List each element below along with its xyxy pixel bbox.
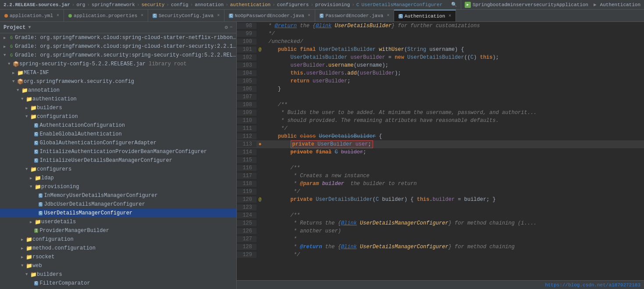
close-authentication[interactable]: × (448, 14, 451, 18)
list-item[interactable]: ▼ 📁 annotation (0, 86, 236, 95)
breadcrumb-config: config (171, 2, 189, 7)
close-props[interactable]: × (141, 13, 143, 18)
tab-props[interactable]: application.properties × (64, 10, 148, 21)
list-item[interactable]: ▼ 📦 spring-security-config-5.2.2.RELEASE… (0, 60, 236, 68)
breadcrumb: 2.2.RELEASE-sources.jar › org › springfr… (0, 2, 461, 7)
code-line: 129 */ (237, 251, 644, 259)
package-icon: 📁 (34, 175, 41, 182)
list-item[interactable]: ▼ 📁 configurers (0, 165, 236, 174)
list-item[interactable]: C EnableGlobalAuthentication (0, 130, 236, 139)
list-item[interactable]: ▼ G Gradle: org.springframework.security… (0, 51, 236, 60)
tab-security[interactable]: C SecurityConfig.java × (148, 10, 224, 21)
code-line: 108 /** (237, 101, 644, 109)
expand-icon: ▶ (12, 71, 17, 75)
tab-passwordencoder[interactable]: C PasswordEncoder.java × (315, 10, 394, 21)
panel-icons: ⚙ – (225, 24, 233, 31)
list-item[interactable]: C AuthenticationConfiguration (0, 121, 236, 130)
project-panel: Project ▼ ⚙ – ▶ G Gradle: org.springfram… (0, 22, 237, 289)
list-item[interactable]: ▼ 📁 configuration (0, 112, 236, 121)
breadcrumb-annotation: annotation (195, 2, 224, 7)
list-item[interactable]: ▼ 📦 org.springframework.security.config (0, 77, 236, 86)
code-line: 118 * @param builder the builder to retu… (237, 180, 644, 188)
expand-icon: ▼ (25, 272, 30, 277)
list-item[interactable]: C InitializeAuthenticationProviderBeanMa… (0, 147, 236, 156)
panel-icon-collapse[interactable]: – (230, 24, 233, 31)
code-line: 109 * Builds the user to be added. At mi… (237, 109, 644, 117)
close-passwordencoder[interactable]: × (387, 13, 389, 18)
list-item[interactable]: ▶ 📁 ldap (0, 174, 236, 182)
code-line: 98 * @return the {@link UserDetailsBuild… (237, 22, 644, 30)
status-url: https://blog.csdn.net/a1879272183 (545, 282, 640, 288)
panel-icon-settings[interactable]: ⚙ (225, 24, 228, 31)
breadcrumb-class: C (356, 2, 359, 7)
list-item[interactable]: I ProviderManagerBuilder (0, 226, 236, 235)
expand-icon: ▼ (12, 79, 17, 84)
code-scroll[interactable]: 98 * @return the {@link UserDetailsBuild… (237, 22, 644, 280)
class-icon: C (34, 158, 38, 163)
code-line: 100 /unchecked/ (237, 38, 644, 46)
list-item[interactable]: ▼ 📁 builders (0, 270, 236, 279)
list-item[interactable]: ▼ 📁 authentication (0, 95, 236, 103)
tab-bar: application.yml × application.properties… (0, 10, 644, 22)
tab-label-authentication: Authentication (405, 14, 445, 19)
list-item[interactable]: ▶ 📁 builders (0, 103, 236, 112)
expand-icon: ▼ (8, 62, 12, 66)
list-item-selected[interactable]: C UserDetailsManagerConfigurer (0, 209, 236, 218)
jar-icon: 📦 (12, 61, 19, 68)
list-item[interactable]: ▼ 📁 web (0, 261, 236, 270)
list-item[interactable]: C FilterComparator (0, 279, 236, 288)
code-line: 125 * Returns the {@link UserDetailsMana… (237, 219, 644, 227)
breadcrumb-provisioning: provisioning (315, 2, 350, 7)
list-item[interactable]: ▶ 📁 META-INF (0, 68, 236, 77)
expand-icon: ▶ (21, 246, 25, 251)
close-security[interactable]: × (217, 13, 220, 18)
package-icon: 📁 (25, 236, 32, 243)
package-icon: 📁 (21, 87, 28, 94)
expand-icon: ▼ (17, 88, 21, 93)
package-icon: 📁 (25, 254, 32, 260)
tab-noopencoder[interactable]: C NoOpPasswordEncoder.java × (224, 10, 315, 21)
close-noopencoder[interactable]: × (308, 13, 310, 18)
list-item[interactable]: ▶ 📁 userdetails (0, 218, 236, 226)
tree-container[interactable]: ▶ G Gradle: org.springframework.cloud:sp… (0, 33, 236, 289)
code-line: 107 (237, 93, 644, 101)
list-item[interactable]: C GlobalAuthenticationConfigurerAdapter (0, 139, 236, 147)
app-icon: ▶ (465, 2, 471, 8)
interface-icon: I (34, 228, 38, 233)
top-combined-bar: 2.2.RELEASE-sources.jar › org › springfr… (0, 0, 644, 10)
list-item[interactable]: C JdbcUserDetailsManagerConfigurer (0, 200, 236, 209)
package-icon: 📁 (25, 96, 32, 103)
tab-label-passwordencoder: PasswordEncoder.java (325, 13, 383, 18)
package-icon: 📁 (30, 271, 37, 278)
tab-yml[interactable]: application.yml × (0, 10, 64, 21)
list-item[interactable]: ▶ G Gradle: org.springframework.cloud:sp… (0, 42, 236, 51)
tab-dot-yml (4, 14, 8, 18)
list-item[interactable]: C InMemoryUserDetailsManagerConfigurer (0, 191, 236, 200)
tab-label-security: SecurityConfig.java (159, 13, 213, 18)
folder-icon: 📁 (17, 70, 24, 76)
gradle-icon: G (8, 44, 15, 49)
breadcrumb-class-name: UserDetailsManagerConfigurer (361, 2, 442, 7)
panel-dropdown-icon[interactable]: ▼ (28, 25, 31, 30)
list-item[interactable]: ▶ 📁 rsocket (0, 253, 236, 261)
tab-authentication[interactable]: C Authentication × (394, 10, 456, 21)
list-item[interactable]: ▶ 📁 method.configuration (0, 244, 236, 253)
tab-dot-props (68, 14, 72, 18)
panel-title: Project (4, 25, 25, 31)
code-line: 116 /** (237, 164, 644, 172)
breadcrumb-org: org (76, 2, 85, 7)
tab-label-yml: application.yml (10, 13, 53, 18)
list-item[interactable]: C InitializeUserDetailsBeanManagerConfig… (0, 156, 236, 165)
code-line: 120 @ private UserDetailsBuilder(C build… (237, 196, 644, 203)
close-yml[interactable]: × (57, 13, 59, 18)
list-item[interactable]: ▶ 📁 configuration (0, 235, 236, 244)
expand-icon: ▼ (30, 185, 34, 189)
expand-icon: ▶ (4, 44, 8, 49)
expand-icon: ▶ (30, 220, 34, 225)
code-line: 110 * should provided. The remaining att… (237, 117, 644, 125)
run-icon[interactable]: ▶ (594, 2, 597, 7)
code-line: 115 (237, 156, 644, 164)
list-item[interactable]: ▶ G Gradle: org.springframework.cloud:sp… (0, 33, 236, 42)
list-item[interactable]: ▼ 📁 provisioning (0, 182, 236, 191)
breadcrumb-search-icon[interactable]: 🔍 (451, 2, 457, 7)
